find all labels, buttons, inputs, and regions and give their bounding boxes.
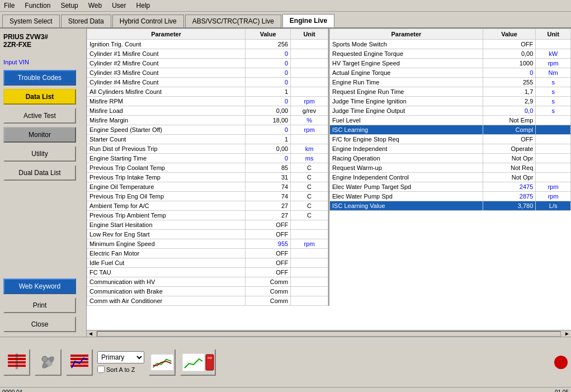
param-cell: Misfire Margin: [87, 116, 246, 125]
chart-btn[interactable]: [149, 349, 176, 376]
menu-function[interactable]: Function: [23, 1, 52, 10]
horizontal-scrollbar[interactable]: [97, 331, 561, 337]
toolbar-btn-1[interactable]: [3, 349, 30, 376]
data-table-container[interactable]: Parameter Value Unit Ignition Trig. Coun…: [87, 29, 571, 330]
unit-cell: [291, 78, 328, 87]
unit-cell: C: [291, 211, 328, 220]
value-cell: 18,00: [246, 116, 291, 125]
param-cell: Idle Fuel Cut: [87, 258, 246, 268]
param-cell: Low Rev for Eng Start: [87, 230, 246, 239]
table-row: Ignition Trig. Count256: [87, 40, 328, 49]
table-row: Engine IndependentOperate: [330, 144, 571, 154]
table-row: Cylinder #3 Misfire Count0: [87, 68, 328, 78]
unit-cell: [291, 296, 328, 306]
param-cell: Cylinder #4 Misfire Count: [87, 78, 246, 87]
value-cell: 955: [246, 239, 291, 249]
table-row: Misfire Margin18,00%: [87, 116, 328, 125]
value-cell: OFF: [246, 268, 291, 277]
unit-cell: rpm: [536, 59, 571, 68]
primary-dropdown[interactable]: Primary Secondary: [97, 351, 144, 363]
tab-stored-data[interactable]: Stored Data: [61, 15, 111, 27]
param-cell: Engine Independent: [330, 144, 483, 154]
input-vin-label: Input VIN: [3, 59, 83, 65]
param-cell: Racing Operation: [330, 154, 483, 163]
value-cell: Not Req: [483, 163, 535, 173]
vehicle-model: PRIUS ZVW3# 2ZR-FXE: [3, 33, 83, 49]
unit-cell: [536, 125, 571, 135]
table-row: Request Engine Run Time1,7s: [330, 87, 571, 97]
left-col-param: Parameter: [87, 29, 246, 40]
data-list-button[interactable]: Data List: [3, 89, 76, 105]
value-cell: 255: [483, 78, 535, 87]
unit-cell: [291, 87, 328, 97]
fuel-chart-btn[interactable]: [180, 349, 216, 376]
sort-checkbox-input[interactable]: [97, 366, 105, 373]
table-row: Sports Mode SwitchOFF: [330, 40, 571, 49]
table-row: Engine Starting Time0ms: [87, 154, 328, 163]
close-button[interactable]: Close: [3, 317, 76, 332]
toolbar-btn-2[interactable]: [35, 349, 62, 376]
value-cell: OFF: [246, 220, 291, 230]
table-row: Engine Run Time255s: [330, 78, 571, 87]
utility-button[interactable]: Utility: [3, 146, 76, 162]
unit-cell: [291, 249, 328, 258]
menu-help[interactable]: Help: [135, 1, 152, 10]
menu-web[interactable]: Web: [87, 1, 103, 10]
unit-cell: [291, 135, 328, 144]
unit-cell: [536, 173, 571, 182]
table-row: Racing OperationNot Opr: [330, 154, 571, 163]
print-button[interactable]: Print: [3, 297, 76, 313]
unit-cell: s: [536, 87, 571, 97]
table-row: HV Target Engine Speed1000rpm: [330, 59, 571, 68]
dual-data-list-button[interactable]: Dual Data List: [3, 165, 76, 181]
menu-setup[interactable]: Setup: [59, 1, 79, 10]
param-cell: Requested Engine Torque: [330, 49, 483, 59]
menu-user[interactable]: User: [110, 1, 128, 10]
value-cell: 31: [246, 173, 291, 182]
value-cell: 0: [246, 154, 291, 163]
stop-button[interactable]: [554, 356, 568, 369]
unit-cell: [291, 49, 328, 59]
monitor-button[interactable]: Monitor: [3, 127, 76, 143]
param-cell: HV Target Engine Speed: [330, 59, 483, 68]
param-cell: Judge Time Engine Ignition: [330, 97, 483, 106]
svg-rect-8: [70, 355, 88, 357]
param-cell: Elec Water Pump Target Spd: [330, 182, 483, 192]
value-cell: 0: [246, 125, 291, 135]
param-cell: Engine Start Hesitation: [87, 220, 246, 230]
value-cell: 0,00: [246, 144, 291, 154]
tab-system-select[interactable]: System Select: [2, 15, 60, 27]
active-test-button[interactable]: Active Test: [3, 108, 76, 124]
right-table: Parameter Value Unit Sports Mode SwitchO…: [329, 29, 571, 211]
unit-cell: [536, 163, 571, 173]
param-cell: Request Warm-up: [330, 163, 483, 173]
right-col-unit: Unit: [536, 29, 571, 40]
sort-label: Sort A to Z: [106, 366, 135, 373]
tab-hybrid-control-live[interactable]: Hybrid Control Live: [112, 15, 184, 27]
sort-checkbox[interactable]: Sort A to Z: [97, 366, 144, 373]
param-cell: Request Engine Run Time: [330, 87, 483, 97]
web-keyword-button[interactable]: Web Keyword: [3, 278, 76, 294]
value-cell: OFF: [246, 258, 291, 268]
unit-cell: [536, 116, 571, 125]
table-row: Communication with BrakeComm: [87, 287, 328, 296]
unit-cell: s: [536, 106, 571, 116]
tab-engine-live[interactable]: Engine Live: [282, 14, 334, 27]
param-cell: Engine Speed (Starter Off): [87, 125, 246, 135]
scroll-indicator[interactable]: ◄ ►: [87, 330, 571, 337]
trouble-codes-button[interactable]: Trouble Codes: [3, 70, 76, 86]
value-cell: Comm: [246, 277, 291, 287]
param-cell: Engine Independent Control: [330, 173, 483, 182]
unit-cell: C: [291, 192, 328, 201]
unit-cell: rpm: [536, 192, 571, 201]
table-row: Cylinder #4 Misfire Count0: [87, 78, 328, 87]
menu-file[interactable]: File: [2, 1, 16, 10]
tab-abs-vsc[interactable]: ABS/VSC/TRC(TRAC) Live: [185, 15, 281, 27]
toolbar-btn-3[interactable]: [66, 349, 93, 376]
param-cell: Previous Trip Eng Oil Temp: [87, 192, 246, 201]
param-cell: Electric Fan Motor: [87, 249, 246, 258]
table-row: Requested Engine Torque0,00kW: [330, 49, 571, 59]
left-col-value: Value: [246, 29, 291, 40]
value-cell: Not Opr: [483, 173, 535, 182]
svg-point-7: [42, 356, 48, 362]
